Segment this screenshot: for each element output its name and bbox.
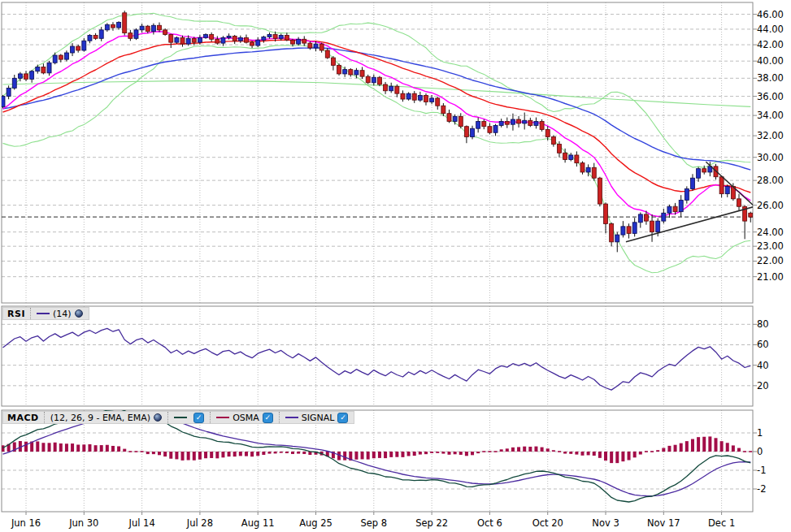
- trading-chart: 46.0044.0042.0040.0038.0036.0034.0032.00…: [0, 0, 791, 532]
- svg-text:Sep 8: Sep 8: [360, 517, 387, 529]
- rsi-line-sample-icon: [37, 313, 50, 314]
- rsi-panel-header: RSI (14): [2, 307, 89, 320]
- candlesticks[interactable]: [1, 11, 753, 252]
- date-axis: Jun 16Jun 30Jul 14Jul 28Aug 11Aug 25Sep …: [11, 512, 735, 529]
- svg-text:Jun 30: Jun 30: [68, 517, 98, 529]
- svg-text:Jul 14: Jul 14: [128, 517, 155, 529]
- svg-text:20: 20: [757, 380, 769, 391]
- svg-text:42.00: 42.00: [757, 39, 784, 50]
- macd-legend-item-osma: OSMA ✓: [210, 412, 279, 423]
- rsi-title: RSI: [3, 309, 30, 319]
- svg-text:32.00: 32.00: [757, 130, 784, 141]
- svg-text:28.00: 28.00: [757, 175, 784, 186]
- svg-text:-1: -1: [757, 465, 766, 476]
- macd-settings-icon[interactable]: [154, 413, 162, 422]
- svg-text:Aug 11: Aug 11: [241, 517, 275, 529]
- price-series: [2, 13, 753, 273]
- macd-legend-item-signal: SIGNAL ✓: [279, 412, 354, 423]
- svg-text:40.00: 40.00: [757, 55, 784, 67]
- rsi-settings-chip[interactable]: (14): [30, 308, 89, 319]
- svg-text:Jun 16: Jun 16: [11, 517, 41, 529]
- signal-line-sample-icon: [285, 417, 298, 418]
- panel-borders: [2, 2, 753, 512]
- signal-legend-label: SIGNAL: [302, 413, 335, 423]
- svg-text:Nov 17: Nov 17: [647, 517, 680, 529]
- rsi-settings-icon[interactable]: [75, 309, 83, 318]
- rsi-params: (14): [53, 309, 72, 319]
- svg-text:Nov 3: Nov 3: [592, 517, 619, 529]
- svg-text:44.00: 44.00: [757, 24, 784, 35]
- svg-text:Aug 25: Aug 25: [299, 517, 332, 529]
- rsi-series: [3, 328, 751, 390]
- svg-text:21.00: 21.00: [757, 271, 784, 283]
- rsi-panel[interactable]: [2, 306, 753, 406]
- svg-text:46.00: 46.00: [757, 9, 784, 20]
- price-panel[interactable]: [2, 2, 753, 303]
- svg-text:24.00: 24.00: [757, 227, 784, 238]
- svg-text:22.00: 22.00: [757, 255, 784, 266]
- osma-legend-label: OSMA: [233, 413, 259, 423]
- signal-visibility-check-icon[interactable]: ✓: [337, 413, 348, 423]
- svg-text:Oct 6: Oct 6: [477, 517, 502, 529]
- svg-text:36.00: 36.00: [757, 91, 784, 102]
- grid-lines: 46.0044.0042.0040.0038.0036.0034.0032.00…: [2, 2, 784, 512]
- svg-text:Jul 28: Jul 28: [186, 517, 213, 529]
- macd-panel[interactable]: [2, 410, 753, 512]
- svg-text:-2: -2: [757, 483, 766, 495]
- svg-text:80: 80: [757, 318, 769, 330]
- osma-visibility-check-icon[interactable]: ✓: [263, 413, 273, 423]
- macd-panel-header: MACD (12, 26, 9 - EMA, EMA) ✓ OSMA ✓ SIG…: [2, 411, 354, 424]
- macd-title: MACD: [3, 413, 44, 423]
- macd-settings-chip[interactable]: (12, 26, 9 - EMA, EMA): [44, 412, 167, 423]
- svg-text:1: 1: [757, 427, 763, 439]
- svg-text:Dec 1: Dec 1: [708, 517, 735, 529]
- svg-text:40: 40: [757, 360, 769, 371]
- macd-legend-item-macd: ✓: [167, 412, 210, 423]
- svg-text:Sep 22: Sep 22: [415, 517, 448, 529]
- macd-visibility-check-icon[interactable]: ✓: [193, 413, 204, 423]
- svg-text:38.00: 38.00: [757, 72, 784, 84]
- macd-line-sample-icon: [174, 417, 187, 418]
- svg-text:26.00: 26.00: [757, 200, 784, 211]
- svg-text:23.00: 23.00: [757, 240, 784, 252]
- svg-text:60: 60: [757, 339, 769, 350]
- svg-text:34.00: 34.00: [757, 110, 784, 121]
- chart-canvas[interactable]: 46.0044.0042.0040.0038.0036.0034.0032.00…: [0, 0, 791, 532]
- svg-text:Oct 20: Oct 20: [532, 517, 563, 529]
- svg-text:0: 0: [757, 446, 763, 457]
- osma-line-sample-icon: [216, 417, 229, 418]
- svg-text:30.00: 30.00: [757, 152, 784, 163]
- trendlines[interactable]: [626, 162, 754, 242]
- macd-params: (12, 26, 9 - EMA, EMA): [50, 413, 150, 423]
